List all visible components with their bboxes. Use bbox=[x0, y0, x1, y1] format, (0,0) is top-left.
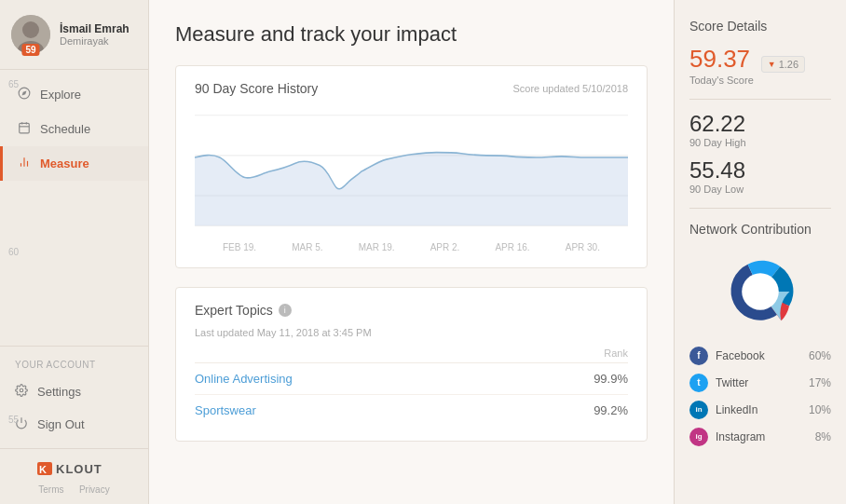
network-item-twitter: t Twitter 17% bbox=[689, 374, 831, 392]
topics-header: Expert Topics i bbox=[195, 303, 628, 318]
high-score-value: 62.22 bbox=[689, 113, 831, 135]
sidebar: 59 İsmail Emrah Demirayak Explore Schedu… bbox=[0, 0, 149, 504]
profile-handle: Demirayak bbox=[60, 35, 130, 47]
sidebar-explore-label: Explore bbox=[40, 88, 81, 102]
score-change-arrow: ▼ bbox=[768, 60, 776, 69]
network-left-twitter: t Twitter bbox=[689, 374, 748, 392]
network-item-instagram: ig Instagram 8% bbox=[689, 428, 831, 446]
page-title: Measure and track your impact bbox=[175, 22, 648, 47]
x-label-feb19: FEB 19. bbox=[223, 242, 256, 252]
profile-info: İsmail Emrah Demirayak bbox=[60, 22, 130, 47]
terms-link[interactable]: Terms bbox=[38, 484, 63, 495]
linkedin-label: LinkedIn bbox=[716, 403, 757, 416]
todays-score-value: 59.37 bbox=[689, 45, 750, 73]
profile-name: İsmail Emrah bbox=[60, 22, 130, 35]
network-list: f Facebook 60% t Twitter 17% in LinkedIn… bbox=[689, 347, 831, 446]
sidebar-measure-label: Measure bbox=[40, 157, 89, 170]
topic-row: Sportswear 99.2% bbox=[195, 395, 628, 426]
network-item-facebook: f Facebook 60% bbox=[689, 347, 831, 365]
svg-point-21 bbox=[742, 273, 779, 310]
svg-text:KLOUT: KLOUT bbox=[56, 462, 102, 476]
instagram-label: Instagram bbox=[716, 430, 765, 443]
divider-2 bbox=[689, 208, 831, 209]
chart-title: 90 Day Score History bbox=[195, 81, 318, 96]
svg-marker-4 bbox=[22, 91, 27, 96]
low-score-label: 90 Day Low bbox=[689, 184, 831, 195]
high-score-label: 90 Day High bbox=[689, 137, 831, 148]
svg-text:K: K bbox=[39, 464, 48, 475]
twitter-pct: 17% bbox=[809, 376, 831, 389]
divider-1 bbox=[689, 99, 831, 100]
score-low: 55.48 90 Day Low bbox=[689, 159, 831, 195]
score-updated: Score updated 5/10/2018 bbox=[512, 83, 628, 94]
topics-section: Expert Topics i Last updated May 11, 201… bbox=[175, 287, 648, 442]
score-details-title: Score Details bbox=[689, 19, 831, 34]
x-label-apr30: APR 30. bbox=[566, 242, 600, 252]
network-contribution-title: Network Contribution bbox=[689, 222, 831, 237]
todays-score-label: Today's Score bbox=[689, 75, 831, 86]
chart-section: 90 Day Score History Score updated 5/10/… bbox=[175, 65, 648, 268]
network-left-linkedin: in LinkedIn bbox=[689, 401, 757, 419]
score-today: 59.37 ▼ 1.26 Today's Score bbox=[689, 47, 831, 86]
right-panel: Score Details 59.37 ▼ 1.26 Today's Score… bbox=[674, 0, 846, 504]
topics-table-header: Rank bbox=[195, 347, 628, 363]
sidebar-footer-links: Terms Privacy bbox=[34, 484, 113, 495]
network-left-facebook: f Facebook bbox=[689, 347, 765, 365]
x-label-apr2: APR 2. bbox=[430, 242, 460, 252]
facebook-pct: 60% bbox=[809, 349, 831, 362]
profile-score-badge: 59 bbox=[21, 44, 39, 56]
topics-title: Expert Topics bbox=[195, 303, 273, 318]
info-icon[interactable]: i bbox=[279, 304, 292, 317]
klout-logo-text: K KLOUT bbox=[37, 458, 112, 482]
twitter-icon: t bbox=[689, 374, 708, 392]
topic-rank-0: 99.9% bbox=[594, 372, 628, 386]
main-content: Measure and track your impact 90 Day Sco… bbox=[149, 0, 674, 504]
topics-updated: Last updated May 11, 2018 at 3:45 PM bbox=[195, 327, 628, 338]
signout-label: Sign Out bbox=[37, 417, 85, 431]
score-change-value: 1.26 bbox=[779, 59, 798, 70]
instagram-icon: ig bbox=[689, 428, 708, 446]
network-item-linkedin: in LinkedIn 10% bbox=[689, 401, 831, 419]
instagram-pct: 8% bbox=[815, 430, 831, 443]
twitter-label: Twitter bbox=[716, 376, 748, 389]
network-left-instagram: ig Instagram bbox=[689, 428, 765, 446]
score-change-badge: ▼ 1.26 bbox=[761, 56, 805, 73]
settings-label: Settings bbox=[37, 385, 81, 399]
x-label-apr16: APR 16. bbox=[495, 242, 529, 252]
facebook-icon: f bbox=[689, 347, 708, 365]
topic-rank-1: 99.2% bbox=[594, 403, 628, 417]
score-high: 62.22 90 Day High bbox=[689, 113, 831, 148]
topic-sportswear[interactable]: Sportswear bbox=[195, 403, 256, 417]
linkedin-pct: 10% bbox=[809, 403, 831, 416]
linkedin-icon: in bbox=[689, 401, 708, 419]
donut-chart bbox=[689, 250, 831, 334]
x-label-mar19: MAR 19. bbox=[359, 242, 395, 252]
privacy-link[interactable]: Privacy bbox=[79, 484, 110, 495]
svg-point-1 bbox=[22, 21, 39, 38]
rank-header: Rank bbox=[604, 347, 628, 359]
topic-online-advertising[interactable]: Online Advertising bbox=[195, 372, 293, 386]
chart-area bbox=[195, 105, 628, 238]
x-label-mar5: MAR 5. bbox=[292, 242, 322, 252]
chart-header: 90 Day Score History Score updated 5/10/… bbox=[195, 81, 628, 96]
sidebar-schedule-label: Schedule bbox=[40, 122, 90, 136]
low-score-value: 55.48 bbox=[689, 159, 831, 182]
topic-row: Online Advertising 99.9% bbox=[195, 363, 628, 395]
facebook-label: Facebook bbox=[716, 349, 765, 362]
chart-x-labels: FEB 19. MAR 5. MAR 19. APR 2. APR 16. AP… bbox=[195, 238, 628, 252]
